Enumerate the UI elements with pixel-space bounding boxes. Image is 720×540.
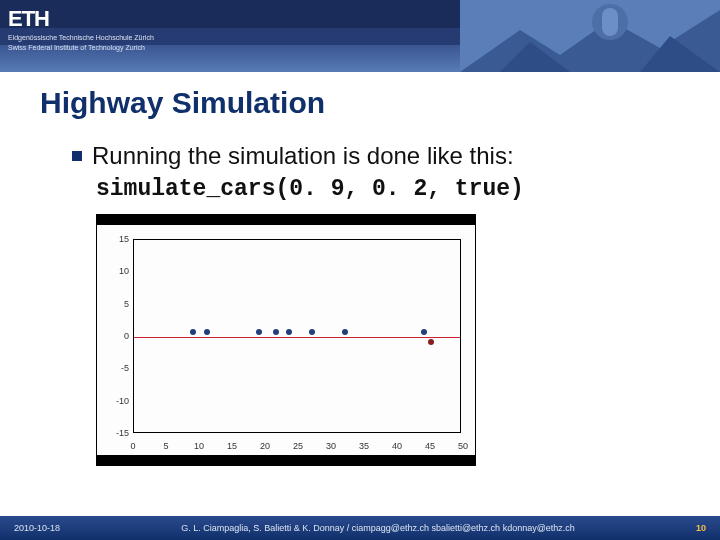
plot-xtick: 35 <box>359 441 369 451</box>
eth-subtitle-1: Eidgenössische Technische Hochschule Zür… <box>8 34 154 42</box>
plot-ytick: -15 <box>97 428 133 438</box>
plot-area: -15-10-505101505101520253035404550 <box>96 224 476 456</box>
eth-subtitle-2: Swiss Federal Institute of Technology Zu… <box>8 44 154 52</box>
plot-xtick: 20 <box>260 441 270 451</box>
plot-midline <box>134 337 460 338</box>
plot-point <box>204 329 210 335</box>
plot-point <box>309 329 315 335</box>
header-photo <box>460 0 720 72</box>
plot-point <box>421 329 427 335</box>
eth-logo: ETH <box>8 6 154 32</box>
slide-footer: 2010-10-18 G. L. Ciampaglia, S. Balietti… <box>0 516 720 540</box>
plot-point <box>256 329 262 335</box>
plot-bottom-bar <box>96 456 476 466</box>
plot-xtick: 30 <box>326 441 336 451</box>
plot-ytick: 0 <box>97 331 133 341</box>
code-line: simulate_cars(0. 9, 0. 2, true) <box>96 176 680 202</box>
slide: ETH Eidgenössische Technische Hochschule… <box>0 0 720 540</box>
plot-top-bar <box>96 214 476 224</box>
svg-rect-3 <box>602 8 618 36</box>
plot-xtick: 40 <box>392 441 402 451</box>
plot-xtick: 5 <box>163 441 168 451</box>
plot-point <box>190 329 196 335</box>
plot-figure: -15-10-505101505101520253035404550 <box>96 214 476 466</box>
slide-title: Highway Simulation <box>40 86 325 120</box>
plot-xtick: 0 <box>130 441 135 451</box>
plot-ytick: -5 <box>97 363 133 373</box>
plot-ytick: 15 <box>97 234 133 244</box>
plot-point <box>428 339 434 345</box>
bullet-marker-icon <box>72 151 82 161</box>
bullet-item: Running the simulation is done like this… <box>72 142 680 170</box>
plot-ytick: -10 <box>97 396 133 406</box>
plot-xtick: 50 <box>458 441 468 451</box>
footer-date: 2010-10-18 <box>0 523 74 533</box>
plot-xtick: 15 <box>227 441 237 451</box>
eth-branding: ETH Eidgenössische Technische Hochschule… <box>8 6 154 52</box>
plot-axes <box>133 239 461 433</box>
slide-header: ETH Eidgenössische Technische Hochschule… <box>0 0 720 72</box>
plot-ytick: 5 <box>97 299 133 309</box>
plot-ytick: 10 <box>97 266 133 276</box>
plot-point <box>286 329 292 335</box>
footer-page-number: 10 <box>682 523 720 533</box>
plot-point <box>273 329 279 335</box>
plot-xtick: 25 <box>293 441 303 451</box>
plot-xtick: 10 <box>194 441 204 451</box>
slide-body: Running the simulation is done like this… <box>72 138 680 466</box>
bullet-text: Running the simulation is done like this… <box>92 142 514 170</box>
footer-credits: G. L. Ciampaglia, S. Balietti & K. Donna… <box>74 523 682 533</box>
plot-xtick: 45 <box>425 441 435 451</box>
plot-point <box>342 329 348 335</box>
